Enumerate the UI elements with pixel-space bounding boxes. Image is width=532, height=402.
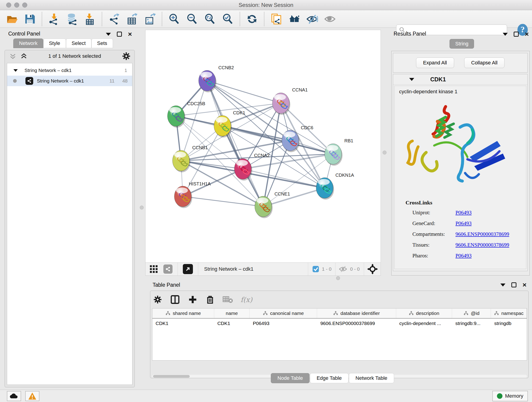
open-session-icon[interactable] bbox=[6, 13, 18, 25]
column-header--id[interactable]: @id bbox=[452, 308, 491, 318]
crosslink-label: Uniprot: bbox=[412, 210, 456, 216]
warnings-button[interactable] bbox=[25, 391, 39, 401]
main-toolbar: ? bbox=[0, 10, 532, 28]
create-column-plus-icon[interactable] bbox=[188, 295, 197, 304]
column-header-canonical-name[interactable]: canonical name bbox=[249, 308, 317, 318]
column-header-shared-name[interactable]: shared name bbox=[152, 308, 214, 318]
results-panel-close-icon[interactable]: × bbox=[525, 32, 529, 37]
zoom-selected-icon[interactable] bbox=[222, 13, 234, 25]
fit-selected-crosshair-icon[interactable] bbox=[367, 264, 378, 274]
tab-string-results[interactable]: String bbox=[450, 39, 474, 49]
show-columns-icon[interactable] bbox=[170, 294, 180, 305]
network-node-ccne1[interactable]: CCNE1 bbox=[255, 191, 290, 218]
network-node-cdkn1a[interactable]: CDKN1A bbox=[316, 172, 354, 200]
table-cell[interactable]: stringdb:9... bbox=[452, 319, 491, 328]
zoom-in-icon[interactable] bbox=[168, 13, 180, 25]
control-panel-float-icon[interactable] bbox=[117, 32, 122, 37]
selected-checkbox-icon[interactable] bbox=[312, 266, 319, 273]
zoom-out-icon[interactable] bbox=[186, 13, 198, 25]
right-splitter-grip[interactable] bbox=[383, 151, 386, 154]
column-hierarchy-icon bbox=[333, 311, 338, 316]
scrollbar-thumb[interactable] bbox=[153, 375, 190, 378]
hide-panel-eye-icon[interactable] bbox=[306, 13, 318, 25]
table-panel-collapse-icon[interactable] bbox=[500, 283, 505, 287]
zoom-fit-icon[interactable] bbox=[204, 13, 216, 25]
tab-sets[interactable]: Sets bbox=[91, 38, 113, 48]
open-view-in-window-icon[interactable] bbox=[183, 264, 193, 274]
crosslink-row: Tissues:9606.ENSP00000378699 bbox=[412, 242, 522, 248]
export-network-icon[interactable] bbox=[108, 13, 120, 25]
delete-column-trash-icon[interactable] bbox=[205, 295, 215, 304]
tab-select[interactable]: Select bbox=[66, 38, 91, 48]
table-row[interactable]: CDK1CDK1P064939606.ENSP00000378699cyclin… bbox=[152, 319, 527, 328]
table-cell[interactable]: 9606.ENSP00000378699 bbox=[317, 319, 396, 328]
tab-node-table[interactable]: Node Table bbox=[271, 373, 310, 383]
cloud-status-button[interactable] bbox=[7, 391, 21, 401]
collapse-all-button[interactable]: Collapse All bbox=[464, 57, 505, 68]
home-networks-icon[interactable] bbox=[288, 13, 300, 25]
export-image-icon[interactable] bbox=[144, 13, 156, 25]
node-label-cdc25b: CDC25B bbox=[187, 101, 205, 106]
gene-section: CDK1 cyclin-dependent kinase 1 bbox=[393, 74, 528, 271]
import-database-icon[interactable] bbox=[66, 13, 78, 25]
network-row[interactable]: String Network – cdk1 11 48 bbox=[7, 76, 132, 86]
refresh-icon[interactable] bbox=[246, 13, 258, 25]
import-network-icon[interactable] bbox=[48, 13, 60, 25]
table-panel-close-icon[interactable]: × bbox=[522, 282, 526, 287]
column-header-database-identifier[interactable]: database identifier bbox=[317, 308, 396, 318]
memory-button[interactable]: Memory bbox=[492, 391, 528, 401]
control-panel-close-icon[interactable]: × bbox=[128, 32, 132, 37]
tab-style[interactable]: Style bbox=[43, 38, 66, 48]
table-cell[interactable]: cyclin-dependent ... bbox=[396, 319, 452, 328]
node-label-ccna2: CCNA2 bbox=[254, 153, 270, 158]
results-panel-float-icon[interactable] bbox=[514, 32, 519, 37]
tab-edge-table[interactable]: Edge Table bbox=[310, 373, 348, 383]
network-options-gear-icon[interactable] bbox=[122, 51, 131, 61]
tab-network[interactable]: Network bbox=[13, 38, 43, 48]
export-table-icon[interactable] bbox=[126, 13, 138, 25]
string-protein-query-icon[interactable] bbox=[270, 13, 282, 25]
table-cell[interactable]: CDK1 bbox=[152, 319, 214, 328]
table-options-gear-icon[interactable] bbox=[153, 295, 162, 304]
crosslink-row: Uniprot:P06493 bbox=[412, 210, 522, 216]
control-panel-collapse-icon[interactable] bbox=[106, 33, 111, 36]
network-node-ccna1[interactable]: CCNA1 bbox=[272, 87, 308, 115]
tab-network-table[interactable]: Network Table bbox=[349, 373, 394, 383]
table-cell[interactable]: stringdb bbox=[491, 319, 527, 328]
table-panel-float-icon[interactable] bbox=[511, 282, 516, 287]
expand-all-networks-icon[interactable] bbox=[20, 52, 28, 60]
collapse-all-networks-icon[interactable] bbox=[9, 52, 17, 60]
left-splitter-grip[interactable] bbox=[140, 206, 144, 210]
network-collection-row[interactable]: String Network – cdk1 1 bbox=[7, 65, 132, 76]
network-tree: String Network – cdk1 1 String Network –… bbox=[7, 63, 133, 385]
show-panel-eye-icon[interactable] bbox=[324, 13, 336, 25]
gene-collapse-icon[interactable] bbox=[409, 78, 414, 81]
network-edge[interactable] bbox=[263, 188, 325, 206]
column-header-description[interactable]: description bbox=[396, 308, 452, 318]
node-table[interactable]: shared namenamecanonical namedatabase id… bbox=[152, 308, 527, 361]
expand-all-button[interactable]: Expand All bbox=[416, 57, 454, 68]
column-header-namespac[interactable]: namespac bbox=[491, 308, 527, 318]
column-header-name[interactable]: name bbox=[214, 308, 250, 318]
network-edge[interactable] bbox=[207, 81, 281, 103]
table-cell[interactable]: CDK1 bbox=[214, 319, 250, 328]
crosslink-link[interactable]: 9606.ENSP00000378699 bbox=[456, 242, 509, 248]
crosslink-link[interactable]: P06493 bbox=[456, 253, 472, 259]
collection-expand-icon[interactable] bbox=[13, 69, 18, 71]
table-cell[interactable]: P06493 bbox=[249, 319, 317, 328]
network-canvas[interactable]: CCNB2CCNA1CDC25BCDK1CDC6RB1CCNB1CCNA2CDK… bbox=[146, 30, 380, 262]
results-panel-collapse-icon[interactable] bbox=[503, 33, 508, 36]
memory-label: Memory bbox=[505, 393, 523, 399]
import-table-icon[interactable] bbox=[84, 13, 96, 25]
crosslink-link[interactable]: 9606.ENSP00000378699 bbox=[456, 231, 509, 237]
network-node-hist1h1a[interactable]: HIST1H1A bbox=[174, 181, 211, 208]
network-edge[interactable] bbox=[183, 196, 263, 206]
crosslink-link[interactable]: P06493 bbox=[456, 210, 472, 216]
table-panel-box: f(x) shared namenamecanonical namedataba… bbox=[150, 291, 529, 378]
network-edge[interactable] bbox=[207, 81, 263, 206]
crosslink-link[interactable]: P06493 bbox=[456, 220, 472, 226]
birdseye-grid-icon[interactable] bbox=[149, 264, 158, 274]
network-node-ccnb2[interactable]: CCNB2 bbox=[199, 65, 234, 92]
save-session-icon[interactable] bbox=[24, 13, 36, 25]
network-node-rb1[interactable]: RB1 bbox=[325, 138, 353, 166]
